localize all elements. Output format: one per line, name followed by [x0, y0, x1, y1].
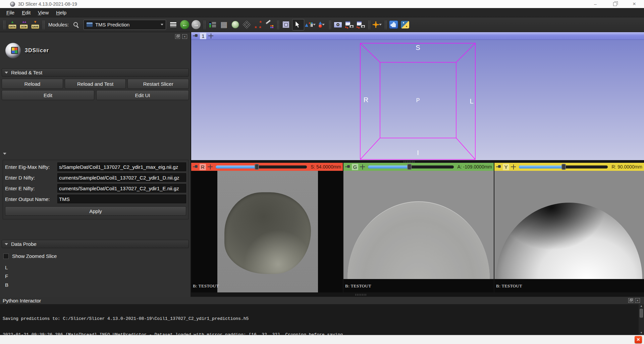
overlay-close-button[interactable]: × [635, 336, 642, 343]
view-options-icon[interactable] [511, 164, 516, 169]
toolbar-grip[interactable] [203, 20, 206, 29]
threed-view-controller-bar[interactable]: 1 [191, 32, 644, 40]
scroll-thumb[interactable] [640, 309, 643, 318]
transforms-button[interactable] [241, 19, 252, 30]
pin-icon[interactable] [345, 165, 350, 169]
eig-max-input[interactable] [57, 162, 186, 171]
red-slice-controller-bar[interactable]: R S: 54.0000mm [191, 163, 343, 171]
slider-handle[interactable] [255, 164, 259, 170]
slider-handle[interactable] [561, 164, 566, 170]
reload-test-section-header[interactable]: Reload & Test [2, 68, 189, 77]
toolbar-grip[interactable] [277, 20, 279, 29]
green-slice-badge: G [352, 164, 358, 170]
python-console-button[interactable] [400, 19, 411, 30]
splitter-grip[interactable] [355, 294, 366, 295]
reload-button[interactable]: Reload [2, 79, 63, 89]
panel-float-button[interactable] [628, 298, 633, 303]
toolbar-grip[interactable] [368, 20, 370, 29]
collapse-triangle-icon[interactable] [3, 153, 6, 155]
green-slice-slider[interactable] [368, 165, 454, 168]
horizontal-splitter[interactable] [191, 292, 644, 297]
slicer-window: 3D Slicer 4.13.0-2021-08-19 – × File Edi… [0, 0, 644, 344]
reload-and-test-button[interactable]: Reload and Test [65, 79, 126, 89]
view-options-icon[interactable] [360, 164, 365, 169]
threed-viewport[interactable]: S R P L I [191, 40, 644, 160]
slider-handle[interactable] [407, 164, 412, 170]
module-search-button[interactable] [71, 19, 82, 30]
edit-button[interactable]: Edit [2, 90, 94, 100]
pin-icon[interactable] [193, 34, 198, 38]
yellow-slice-image[interactable]: B: TESTOUT [494, 171, 644, 292]
roi-button[interactable] [281, 19, 291, 30]
output-name-input[interactable] [57, 195, 186, 203]
window-level-button[interactable] [305, 19, 316, 30]
yellow-slice-controller-bar[interactable]: Y R: 90.0000mm [494, 163, 644, 171]
yellow-slice-offset: R: 90.0000mm [611, 164, 642, 169]
menu-bar: File Edit View Help [0, 8, 644, 17]
markups-button[interactable]: *** [253, 19, 264, 30]
minimize-button[interactable]: – [586, 0, 605, 8]
slice-view-yellow[interactable]: Y R: 90.0000mm B: TESTOUT [494, 163, 644, 292]
slice-view-green[interactable]: G A: -109.0000mm B: TESTOUT [343, 163, 494, 292]
screen-capture-button[interactable] [356, 19, 366, 30]
panel-close-button[interactable]: × [635, 298, 640, 303]
close-button[interactable]: × [625, 0, 644, 8]
splitter-grip[interactable] [403, 161, 415, 162]
scroll-down-icon[interactable]: ▼ [640, 331, 643, 335]
capture-view-button[interactable] [333, 19, 343, 30]
panel-close-button[interactable]: × [182, 34, 187, 39]
red-slice-image[interactable]: B: TESTOUT [191, 171, 343, 292]
restore-button[interactable] [605, 0, 625, 8]
crosshair-button[interactable] [372, 19, 383, 30]
horizontal-splitter[interactable] [191, 160, 644, 163]
menu-edit[interactable]: Edit [18, 9, 34, 16]
slider-fill [216, 165, 257, 168]
load-dicom-button[interactable]: ▲▲DCM [18, 19, 29, 30]
data-probe-title: Data Probe [11, 241, 37, 247]
menu-view[interactable]: View [34, 9, 52, 16]
save-button[interactable]: ▼SAVE [30, 19, 41, 30]
show-zoomed-slice-checkbox[interactable] [3, 254, 9, 259]
load-data-button[interactable]: ▲DATA [7, 19, 18, 30]
module-back-button[interactable]: ← [179, 19, 190, 30]
toolbar-grip[interactable] [42, 20, 45, 29]
green-slice-image[interactable]: B: TESTOUT [343, 171, 494, 292]
pointer-mode-button[interactable] [292, 19, 304, 30]
toolbar-grip[interactable] [3, 20, 5, 29]
red-slice-slider[interactable] [216, 165, 307, 168]
pin-icon[interactable] [193, 165, 198, 169]
apply-button[interactable]: Apply [5, 206, 186, 216]
restart-slicer-button[interactable]: Restart Slicer [127, 79, 189, 89]
panel-float-button[interactable] [175, 34, 180, 39]
slice-view-red[interactable]: R S: 54.0000mm B: TESTOUT [191, 163, 343, 292]
green-slice-corner-label: B: TESTOUT [345, 283, 371, 289]
module-forward-button[interactable]: → [191, 19, 202, 30]
console-scrollbar[interactable]: ▲ ▼ [639, 304, 644, 335]
subject-hierarchy-button[interactable] [207, 19, 218, 30]
volume-rendering-button[interactable]: ▦ [219, 19, 229, 30]
yellow-slice-slider[interactable] [519, 165, 608, 168]
d-nifty-input[interactable] [57, 173, 186, 182]
menu-file[interactable]: File [3, 9, 18, 16]
extensions-manager-button[interactable] [388, 19, 399, 30]
place-point-button[interactable] [316, 19, 327, 30]
models-button[interactable] [230, 19, 241, 30]
layout-button[interactable] [168, 19, 179, 30]
pin-icon[interactable] [496, 165, 501, 169]
threed-view[interactable]: 1 S R P L I [191, 32, 644, 160]
e-nifty-input[interactable] [57, 184, 186, 193]
toolbar-grip[interactable] [384, 20, 387, 29]
view-options-icon[interactable] [208, 33, 213, 39]
annotations-button[interactable] [264, 19, 275, 30]
orientation-label-left: L [470, 97, 473, 105]
menu-help[interactable]: Help [52, 9, 70, 16]
screenshot-button[interactable] [344, 19, 355, 30]
edit-ui-button[interactable]: Edit UI [96, 90, 189, 100]
python-console-output[interactable]: Saving predictions to: C:/Slicer/Slicer … [0, 304, 644, 335]
toolbar-grip[interactable] [329, 20, 331, 29]
module-selector-dropdown[interactable]: TMS Prediction [84, 20, 166, 30]
view-options-icon[interactable] [208, 164, 213, 169]
scroll-up-icon[interactable]: ▲ [640, 304, 643, 308]
green-slice-controller-bar[interactable]: G A: -109.0000mm [343, 163, 494, 171]
data-probe-section-header[interactable]: Data Probe [2, 240, 189, 248]
